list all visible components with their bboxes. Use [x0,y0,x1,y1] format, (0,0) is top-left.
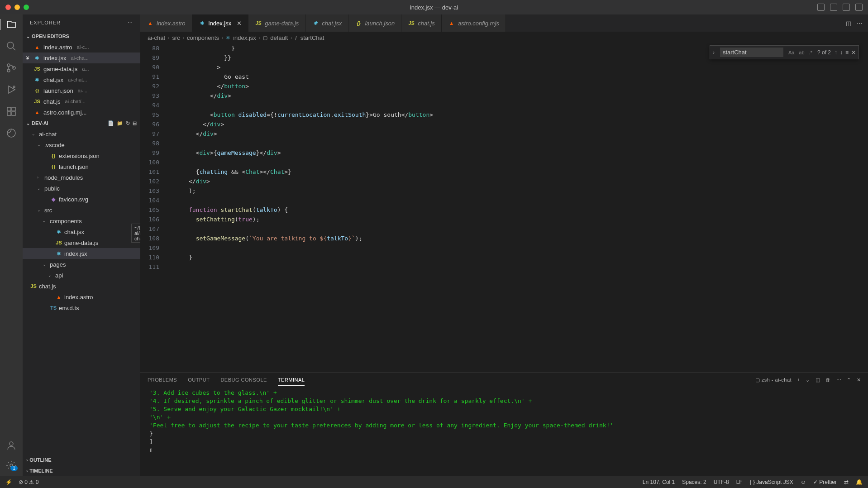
maximize-panel-icon[interactable]: ⌃ [847,377,851,383]
refresh-icon[interactable]: ↻ [126,120,130,126]
match-case-icon[interactable]: Aa [787,49,796,56]
split-terminal-icon[interactable]: ◫ [816,377,820,383]
close-panel-icon[interactable]: ✕ [857,377,861,383]
match-word-icon[interactable]: ab [797,49,806,56]
settings-icon[interactable]: 1 [6,460,17,471]
open-editor-item[interactable]: ✕⚛index.jsxai-cha... [23,53,140,63]
open-editor-item[interactable]: JSgame-data.jsa... [23,63,140,74]
timeline-header[interactable]: › TIMELINE [23,465,140,476]
collapse-icon[interactable]: ⊟ [133,120,137,126]
editor-tab[interactable]: ⚛chat.jsx [305,14,348,32]
find-input[interactable] [720,48,783,57]
folder-item[interactable]: ⌄api [23,270,140,281]
statusbar: ⚡ ⊘ 0 ⚠ 0 Ln 107, Col 1 Spaces: 2 UTF-8 … [0,476,868,488]
open-editor-item[interactable]: ⚛chat.jsxai-chat... [23,74,140,85]
path-tooltip: ~/Documents/dev-ai/ai-chat/src/component… [131,224,140,243]
layout-sidebar-left-icon[interactable] [817,4,825,11]
editor-tab[interactable]: JSchat.js [401,14,442,32]
terminal-dropdown-icon[interactable]: ⌄ [806,377,810,383]
open-editor-item[interactable]: ▲index.astroai-c... [23,42,140,53]
open-editor-item[interactable]: JSchat.jsai-chat/... [23,96,140,107]
new-terminal-icon[interactable]: + [797,377,800,383]
file-item[interactable]: JSchat.js [23,281,140,292]
chevron-down-icon: ⌄ [26,34,30,39]
remote-icon[interactable]: ⚡ [5,479,12,485]
feedback-icon[interactable]: ☺ [801,479,806,485]
outline-header[interactable]: › OUTLINE [23,455,140,465]
find-next-icon[interactable]: ↓ [840,49,843,56]
file-item[interactable]: ⚛chat.jsx [23,226,140,237]
layout-panel-icon[interactable] [830,4,837,11]
folder-item[interactable]: ⌄pages [23,259,140,270]
more-icon[interactable]: ⋯ [857,20,863,27]
chevron-down-icon: ⌄ [26,121,30,126]
editor-tab[interactable]: {}launch.json [348,14,401,32]
sidebar-more-icon[interactable]: ⋯ [128,20,133,26]
file-item[interactable]: {}extensions.json [23,150,140,161]
indent-status[interactable]: Spaces: 2 [682,479,706,485]
kill-terminal-icon[interactable]: 🗑 [825,377,831,383]
panel-tab[interactable]: DEBUG CONSOLE [220,374,267,386]
breadcrumbs[interactable]: ai-chat› src› components› ⚛index.jsx› ▢d… [140,32,868,43]
panel-tab[interactable]: OUTPUT [188,374,210,386]
minimap[interactable] [862,43,868,372]
maximize-window[interactable] [24,5,29,10]
file-item[interactable]: ◆favicon.svg [23,194,140,205]
editor-tab[interactable]: ▲index.astro [140,14,192,32]
folder-item[interactable]: ›node_modules [23,172,140,183]
split-editor-icon[interactable]: ◫ [846,20,851,27]
layout-sidebar-right-icon[interactable] [843,4,850,11]
open-editors-header[interactable]: ⌄ OPEN EDITORS [23,31,140,42]
cursor-position[interactable]: Ln 107, Col 1 [643,479,675,485]
eol-status[interactable]: LF [736,479,743,485]
explorer-icon[interactable] [0,19,22,30]
extensions-icon[interactable] [6,106,17,117]
find-close-icon[interactable]: ✕ [851,49,856,56]
panel-tab[interactable]: TERMINAL [278,374,305,386]
folder-item[interactable]: ⌄public [23,183,140,194]
find-selection-icon[interactable]: ≡ [845,49,849,56]
errors-status[interactable]: ⊘ 0 ⚠ 0 [19,479,38,485]
project-header[interactable]: ⌄ DEV-AI 📄 📁 ↻ ⊟ [23,118,140,129]
terminal-picker[interactable]: ▢ zsh - ai-chat [755,377,792,383]
find-toggle-icon[interactable]: › [713,49,715,56]
source-control-icon[interactable] [6,62,17,73]
panel-tab[interactable]: PROBLEMS [148,374,177,386]
account-icon[interactable] [6,440,17,451]
close-window[interactable] [5,5,11,10]
prettier-status[interactable]: ✓ Prettier [813,479,837,485]
encoding-status[interactable]: UTF-8 [714,479,729,485]
run-debug-icon[interactable] [6,84,17,95]
regex-icon[interactable]: .* [808,49,814,56]
edge-icon[interactable] [6,128,17,139]
folder-item[interactable]: ⌄ai-chat [23,129,140,139]
close-tab-icon[interactable]: ✕ [237,20,242,27]
folder-item[interactable]: ⌄src [23,205,140,215]
file-item[interactable]: ▲index.astro [23,292,140,302]
open-editor-item[interactable]: {}launch.jsonai-... [23,85,140,96]
folder-item[interactable]: ⌄.vscode [23,139,140,150]
more-icon[interactable]: ⋯ [836,377,842,383]
new-file-icon[interactable]: 📄 [108,120,114,126]
terminal[interactable]: '3. Add ice cubes to the glass.\n' + '4.… [140,387,868,476]
editor-tab[interactable]: JSgame-data.js [248,14,305,32]
open-editor-item[interactable]: ▲astro.config.mj... [23,107,140,118]
editor-tab[interactable]: ⚛index.jsx✕ [192,14,249,32]
editor-tab[interactable]: ▲astro.config.mjs [442,14,506,32]
search-icon[interactable] [6,41,17,52]
editor[interactable]: 8889909192939495969798991001011021031041… [140,43,868,372]
ports-icon[interactable]: ⇄ [844,479,849,485]
language-status[interactable]: { } JavaScript JSX [750,479,793,485]
file-item[interactable]: JSgame-data.js [23,237,140,248]
new-folder-icon[interactable]: 📁 [117,120,123,126]
find-prev-icon[interactable]: ↑ [835,49,837,56]
folder-item[interactable]: ⌄components [23,215,140,226]
svg-rect-7 [7,107,11,111]
notifications-icon[interactable]: 🔔 [856,479,863,485]
file-item[interactable]: TSenv.d.ts [23,302,140,313]
file-item[interactable]: ⚛index.jsx [23,248,140,259]
minimize-window[interactable] [14,5,20,10]
close-icon[interactable]: ✕ [25,55,30,61]
file-item[interactable]: {}launch.json [23,161,140,172]
layout-customize-icon[interactable] [855,4,863,11]
